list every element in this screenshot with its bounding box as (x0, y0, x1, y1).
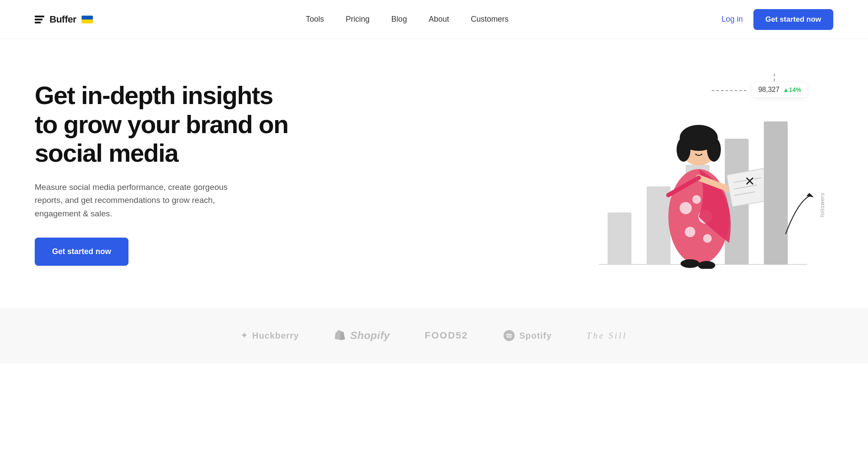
nav-link-pricing[interactable]: Pricing (346, 15, 370, 23)
ukraine-flag-icon (82, 16, 93, 23)
hero-content: Get in-depth insights to grow your brand… (35, 81, 295, 266)
svg-point-18 (703, 147, 705, 150)
nav-right: Log in Get started now (721, 9, 833, 30)
stats-percent: ▲14% (783, 86, 801, 93)
nav-link-customers[interactable]: Customers (471, 15, 509, 23)
svg-rect-21 (727, 168, 764, 207)
svg-point-10 (685, 227, 695, 237)
login-link[interactable]: Log in (721, 15, 743, 24)
get-started-nav-button[interactable]: Get started now (753, 9, 833, 30)
thesill-text: The Sill (586, 331, 627, 341)
hero-illustration: 98,327 ▲14% followers (582, 69, 833, 277)
nav-links: Tools Pricing Blog About Customers (306, 15, 509, 24)
nav-item-tools[interactable]: Tools (306, 15, 324, 24)
navbar: Buffer Tools Pricing Blog About Customer… (0, 0, 868, 39)
nav-link-tools[interactable]: Tools (306, 15, 324, 23)
buffer-logo-icon (35, 16, 44, 23)
logo-shopify: Shopify (334, 329, 390, 342)
nav-item-pricing[interactable]: Pricing (346, 15, 370, 24)
huckberry-text: Huckberry (252, 331, 299, 341)
get-started-hero-button[interactable]: Get started now (35, 238, 128, 266)
nav-logo-area: Buffer (35, 14, 93, 25)
huckberry-symbol: ✦ (241, 331, 248, 340)
svg-point-27 (681, 259, 700, 268)
stats-number: 98,327 (758, 86, 779, 94)
logo-text: Buffer (49, 14, 76, 25)
food52-text: FOOD52 (424, 330, 468, 341)
svg-rect-1 (608, 212, 631, 264)
nav-link-about[interactable]: About (429, 15, 449, 23)
svg-marker-6 (806, 193, 814, 197)
shopify-text: Shopify (350, 329, 390, 342)
dashed-line-h (712, 90, 746, 91)
logo-spotify: Spotify (503, 329, 552, 342)
svg-point-11 (703, 234, 712, 243)
logo-thesill: The Sill (586, 331, 627, 341)
svg-point-17 (692, 147, 695, 150)
hero-subtitle: Measure social media performance, create… (35, 181, 252, 220)
svg-point-8 (680, 202, 692, 214)
svg-point-12 (692, 195, 701, 204)
logos-section: ✦ Huckberry Shopify FOOD52 Spotify The S… (0, 308, 868, 363)
nav-item-about[interactable]: About (429, 15, 449, 24)
hero-title: Get in-depth insights to grow your brand… (35, 81, 295, 168)
hero-section: Get in-depth insights to grow your brand… (0, 39, 868, 308)
person-illustration (634, 104, 764, 269)
nav-item-blog[interactable]: Blog (391, 15, 407, 24)
shopify-bag-icon (334, 329, 346, 342)
arrow-icon (777, 191, 820, 243)
nav-item-customers[interactable]: Customers (471, 15, 509, 24)
stats-badge: 98,327 ▲14% (752, 82, 807, 97)
logo-food52: FOOD52 (424, 330, 468, 341)
svg-point-16 (707, 137, 721, 162)
nav-link-blog[interactable]: Blog (391, 15, 407, 23)
svg-point-15 (677, 137, 690, 162)
spotify-text: Spotify (519, 331, 552, 341)
logo-huckberry: ✦ Huckberry (241, 331, 299, 341)
spotify-circle-icon (503, 329, 515, 342)
